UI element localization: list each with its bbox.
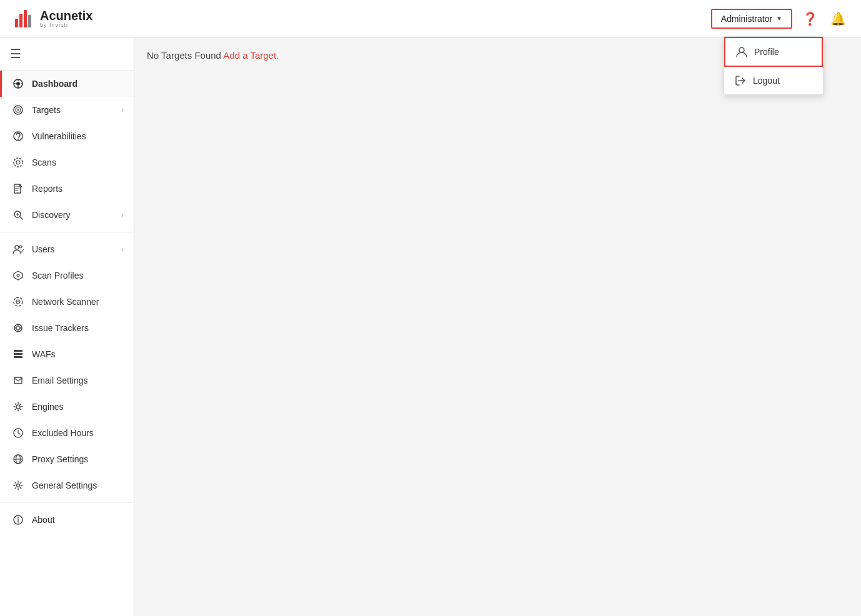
scans-icon	[12, 156, 24, 169]
logo: Acunetix by Invicti	[12, 7, 92, 30]
sidebar-item-wafs[interactable]: WAFs	[0, 341, 134, 367]
issue-trackers-icon	[12, 322, 24, 334]
chevron-down-icon: ▼	[776, 15, 782, 22]
sidebar-label-email-settings: Email Settings	[32, 375, 124, 385]
sidebar-label-scan-profiles: Scan Profiles	[32, 271, 124, 281]
sidebar-item-vulnerabilities[interactable]: Vulnerabilities	[0, 123, 134, 149]
engines-icon	[12, 400, 24, 413]
help-button[interactable]: ❓	[800, 9, 820, 29]
logo-text: Acunetix by Invicti	[40, 9, 92, 29]
sidebar-label-excluded-hours: Excluded Hours	[32, 428, 124, 438]
svg-point-7	[16, 82, 20, 86]
chevron-right-users-icon: ›	[121, 245, 124, 254]
svg-point-21	[15, 246, 19, 249]
svg-rect-34	[14, 353, 22, 355]
svg-point-36	[16, 405, 20, 409]
scan-profiles-icon	[12, 269, 24, 282]
svg-rect-33	[14, 350, 22, 352]
targets-icon	[12, 104, 24, 116]
sidebar-item-engines[interactable]: Engines	[0, 394, 134, 420]
svg-point-16	[17, 139, 19, 140]
content-area: No Targets Found Add a Target.	[134, 37, 861, 616]
svg-point-18	[16, 161, 20, 164]
bell-icon: 🔔	[830, 11, 846, 26]
sidebar-label-users: Users	[32, 244, 114, 254]
sidebar-label-vulnerabilities: Vulnerabilities	[32, 131, 124, 141]
proxy-settings-icon	[12, 453, 24, 465]
svg-point-44	[17, 517, 19, 519]
svg-rect-4	[28, 15, 31, 27]
dashboard-icon	[12, 77, 24, 90]
svg-point-17	[14, 158, 22, 167]
topbar: Acunetix by Invicti Administrator ▼ ❓ 🔔 …	[0, 0, 861, 37]
sidebar-item-scans[interactable]: Scans	[0, 149, 134, 176]
reports-icon	[12, 182, 24, 195]
brand-subtitle: by Invicti	[40, 22, 92, 29]
sidebar-label-discovery: Discovery	[32, 210, 114, 220]
dropdown-profile-item[interactable]: Profile	[724, 37, 823, 67]
sidebar-label-network-scanner: Network Scanner	[32, 297, 124, 307]
sidebar-label-issue-trackers: Issue Trackers	[32, 323, 124, 333]
svg-rect-3	[24, 10, 27, 27]
dropdown-logout-item[interactable]: Logout	[724, 67, 823, 94]
sidebar-label-wafs: WAFs	[32, 349, 124, 359]
svg-point-26	[17, 301, 19, 302]
sidebar-item-email-settings[interactable]: Email Settings	[0, 367, 134, 394]
sidebar-item-about[interactable]: About	[0, 507, 134, 533]
admin-dropdown-menu: Profile Logout	[724, 36, 824, 95]
svg-point-28	[16, 326, 20, 330]
sidebar-label-proxy-settings: Proxy Settings	[32, 454, 124, 464]
sidebar-item-proxy-settings[interactable]: Proxy Settings	[0, 446, 134, 472]
sidebar-label-targets: Targets	[32, 105, 114, 115]
sidebar-item-reports[interactable]: Reports	[0, 176, 134, 202]
admin-label: Administrator	[721, 14, 772, 24]
svg-point-22	[19, 246, 22, 248]
sidebar-top: ☰	[0, 37, 134, 71]
notifications-button[interactable]: 🔔	[828, 9, 849, 29]
sidebar-label-reports: Reports	[32, 184, 124, 194]
hamburger-button[interactable]: ☰	[10, 46, 21, 61]
sidebar-item-discovery[interactable]: Discovery ›	[0, 202, 134, 228]
svg-point-41	[17, 484, 20, 487]
sidebar-item-users[interactable]: Users ›	[0, 236, 134, 262]
sidebar-item-excluded-hours[interactable]: Excluded Hours	[0, 420, 134, 446]
sidebar-label-scans: Scans	[32, 157, 124, 167]
logout-label: Logout	[753, 76, 780, 86]
main-layout: ☰ Dashboard	[0, 37, 861, 616]
sidebar-item-dashboard[interactable]: Dashboard	[0, 71, 134, 97]
chevron-right-icon: ›	[121, 106, 124, 114]
topbar-right: Administrator ▼ ❓ 🔔	[711, 9, 849, 29]
sidebar: ☰ Dashboard	[0, 37, 134, 616]
svg-rect-2	[19, 14, 22, 27]
nav-divider-1	[0, 232, 134, 232]
sidebar-item-general-settings[interactable]: General Settings	[0, 472, 134, 499]
logout-icon	[734, 74, 747, 87]
general-settings-icon	[12, 479, 24, 492]
sidebar-item-targets[interactable]: Targets ›	[0, 97, 134, 123]
svg-point-23	[17, 274, 19, 277]
network-scanner-icon	[12, 296, 24, 308]
excluded-hours-icon	[12, 427, 24, 439]
sidebar-label-general-settings: General Settings	[32, 480, 124, 490]
logo-icon	[12, 7, 35, 30]
sidebar-item-scan-profiles[interactable]: Scan Profiles	[0, 262, 134, 289]
sidebar-label-dashboard: Dashboard	[32, 79, 124, 89]
add-target-link[interactable]: Add a Target.	[223, 50, 279, 61]
email-settings-icon	[12, 374, 24, 387]
svg-rect-1	[15, 19, 18, 27]
about-icon	[12, 514, 24, 526]
sidebar-label-engines: Engines	[32, 402, 124, 412]
wafs-icon	[12, 348, 24, 360]
nav-divider-2	[0, 502, 134, 503]
sidebar-item-network-scanner[interactable]: Network Scanner	[0, 289, 134, 315]
svg-point-5	[739, 47, 744, 52]
no-targets-text: No Targets Found	[147, 50, 223, 61]
svg-rect-35	[14, 356, 22, 358]
vulnerabilities-icon	[12, 130, 24, 142]
profile-icon	[735, 46, 748, 58]
discovery-icon	[12, 209, 24, 221]
users-icon	[12, 243, 24, 256]
help-icon: ❓	[802, 11, 818, 26]
sidebar-item-issue-trackers[interactable]: Issue Trackers	[0, 315, 134, 341]
admin-dropdown-button[interactable]: Administrator ▼	[711, 9, 792, 29]
